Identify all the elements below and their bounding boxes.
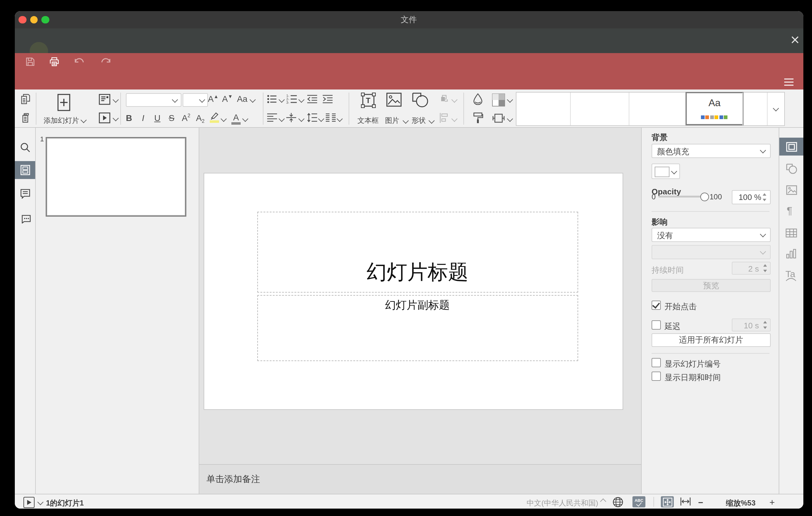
change-slide-size-icon[interactable] bbox=[492, 113, 504, 123]
notes-area[interactable]: 单击添加备注 bbox=[199, 464, 641, 494]
highlight-color-icon[interactable] bbox=[209, 112, 219, 122]
strip-item-table-settings[interactable] bbox=[785, 228, 797, 237]
columns-chevron-icon[interactable] bbox=[336, 116, 343, 122]
zoom-in-button[interactable]: + bbox=[770, 497, 775, 507]
strip-item-textart-settings[interactable]: Ta bbox=[785, 268, 796, 281]
close-icon[interactable] bbox=[791, 36, 799, 44]
opacity-slider-handle[interactable] bbox=[700, 193, 709, 201]
highlight-color-chevron-icon[interactable] bbox=[220, 116, 227, 122]
save-icon[interactable] bbox=[25, 57, 35, 67]
numbered-list-chevron-icon[interactable] bbox=[298, 96, 304, 103]
spin-up-icon[interactable] bbox=[763, 264, 767, 266]
theme-thumbnail-selected[interactable]: Aa bbox=[686, 92, 744, 125]
fit-to-width-icon[interactable] bbox=[680, 497, 691, 506]
delay-input[interactable]: 10 s bbox=[732, 318, 771, 331]
theme-gallery-expand[interactable] bbox=[767, 93, 784, 125]
zoom-out-button[interactable]: − bbox=[698, 497, 703, 507]
spin-down-icon[interactable] bbox=[763, 326, 767, 329]
insert-image-chevron-icon[interactable] bbox=[402, 118, 408, 124]
subscript-button[interactable]: A2 bbox=[195, 113, 206, 124]
set-language-globe-icon[interactable] bbox=[612, 496, 623, 507]
superscript-button[interactable]: A2 bbox=[180, 113, 192, 123]
change-case-chevron-icon[interactable] bbox=[249, 96, 256, 103]
horizontal-align-icon[interactable] bbox=[267, 113, 277, 122]
arrange-shapes-chevron-icon[interactable] bbox=[451, 96, 457, 103]
insert-shape-button[interactable]: 形状 bbox=[409, 116, 428, 125]
effect-option-select[interactable] bbox=[651, 245, 771, 259]
strip-item-slide-settings[interactable] bbox=[779, 138, 803, 155]
insert-textbox-button[interactable]: 文本框 bbox=[354, 116, 382, 125]
spin-down-icon[interactable] bbox=[763, 199, 766, 201]
duration-input[interactable]: 2 s bbox=[732, 261, 771, 274]
strip-item-chart-settings[interactable] bbox=[786, 249, 796, 258]
insert-image-button[interactable]: 图片 bbox=[383, 116, 401, 125]
vertical-align-icon[interactable] bbox=[286, 113, 296, 122]
increase-font-button[interactable]: A▲ bbox=[208, 94, 219, 104]
theme-thumbnail[interactable] bbox=[517, 93, 570, 125]
show-slide-number-checkbox[interactable] bbox=[651, 358, 661, 367]
sidebar-item-slides[interactable] bbox=[14, 161, 35, 179]
decrease-indent-icon[interactable] bbox=[307, 94, 317, 104]
italic-button[interactable]: I bbox=[139, 113, 148, 123]
start-slideshow-chevron-icon[interactable] bbox=[112, 115, 118, 121]
bullet-list-chevron-icon[interactable] bbox=[278, 96, 285, 103]
spin-up-icon[interactable] bbox=[763, 193, 766, 196]
spin-up-icon[interactable] bbox=[763, 321, 767, 323]
strip-item-paragraph-settings[interactable]: ¶ bbox=[787, 205, 792, 217]
numbered-list-icon[interactable]: 1-2-3- bbox=[286, 94, 296, 104]
start-slideshow-status-button[interactable] bbox=[24, 497, 34, 508]
copy-style-icon[interactable] bbox=[472, 112, 483, 123]
start-on-click-checkbox[interactable] bbox=[651, 300, 661, 310]
title-placeholder[interactable]: 幻灯片标题 bbox=[257, 212, 578, 292]
slide-canvas[interactable]: 幻灯片标题 幻灯片副标题 bbox=[199, 127, 641, 464]
fill-color-chevron-icon[interactable] bbox=[506, 96, 513, 103]
search-icon[interactable] bbox=[20, 142, 30, 152]
redo-icon[interactable] bbox=[100, 57, 111, 67]
slide-layout-chevron-icon[interactable] bbox=[112, 96, 118, 103]
arrange-shapes-icon[interactable] bbox=[439, 94, 450, 105]
horizontal-align-chevron-icon[interactable] bbox=[278, 116, 285, 122]
add-slide-icon[interactable] bbox=[57, 94, 70, 111]
add-slide-chevron-icon[interactable] bbox=[80, 117, 86, 123]
insert-shape-chevron-icon[interactable] bbox=[428, 118, 434, 124]
line-spacing-icon[interactable] bbox=[307, 113, 317, 122]
show-date-checkbox[interactable] bbox=[651, 371, 661, 380]
theme-thumbnail[interactable] bbox=[742, 93, 767, 125]
copy-icon[interactable] bbox=[21, 94, 30, 104]
opacity-slider-track[interactable] bbox=[658, 195, 704, 198]
increase-indent-icon[interactable] bbox=[322, 94, 332, 104]
slide-thumbnail[interactable] bbox=[46, 137, 186, 216]
fill-type-select[interactable]: 颜色填充 bbox=[651, 144, 771, 158]
undo-icon[interactable] bbox=[74, 57, 84, 67]
font-color-chevron-icon[interactable] bbox=[242, 116, 248, 122]
comments-icon[interactable] bbox=[20, 189, 30, 198]
bullet-list-icon[interactable] bbox=[267, 94, 277, 104]
fit-to-slide-button[interactable] bbox=[661, 496, 674, 507]
clear-style-icon[interactable] bbox=[472, 93, 483, 105]
print-icon[interactable] bbox=[49, 56, 60, 67]
vertical-align-chevron-icon[interactable] bbox=[298, 116, 304, 122]
insert-textbox-icon[interactable]: T bbox=[361, 93, 375, 108]
change-case-button[interactable]: Aa bbox=[235, 94, 249, 104]
theme-thumbnail[interactable] bbox=[570, 93, 629, 125]
language-label[interactable]: 中文(中华人民共和国) bbox=[484, 498, 598, 509]
start-slideshow-icon[interactable] bbox=[99, 112, 111, 123]
preview-button[interactable]: 预览 bbox=[651, 279, 771, 292]
opacity-input[interactable]: 100 % bbox=[732, 190, 771, 204]
language-caret-icon[interactable] bbox=[600, 498, 606, 505]
chat-icon[interactable] bbox=[20, 213, 31, 223]
insert-image-icon[interactable] bbox=[386, 93, 401, 107]
delay-checkbox[interactable] bbox=[651, 320, 661, 329]
slide-editor[interactable]: 幻灯片标题 幻灯片副标题 bbox=[204, 173, 622, 409]
align-shapes-icon[interactable] bbox=[439, 113, 450, 123]
line-spacing-chevron-icon[interactable] bbox=[318, 116, 324, 122]
background-color-picker[interactable] bbox=[651, 163, 680, 179]
slide-layout-icon[interactable] bbox=[99, 94, 111, 105]
bold-button[interactable]: B bbox=[124, 113, 134, 123]
strip-item-image-settings[interactable] bbox=[786, 185, 797, 195]
change-slide-size-chevron-icon[interactable] bbox=[506, 116, 513, 122]
theme-thumbnail[interactable] bbox=[629, 93, 687, 125]
spellcheck-toggle[interactable]: ABC bbox=[633, 496, 645, 507]
spin-down-icon[interactable] bbox=[763, 269, 767, 272]
apply-to-all-slides-button[interactable]: 适用于所有幻灯片 bbox=[651, 333, 771, 347]
